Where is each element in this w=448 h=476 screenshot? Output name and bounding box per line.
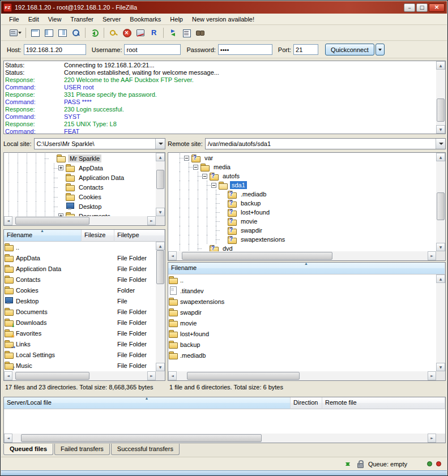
tab-queued-files[interactable]: Queued files	[3, 444, 53, 455]
scrollbar-thumb[interactable]	[15, 217, 89, 225]
file-row-favorites[interactable]: ★FavoritesFile Folder	[4, 328, 156, 338]
scroll-down-icon[interactable]	[156, 363, 165, 371]
scroll-left-icon[interactable]	[168, 251, 177, 260]
scrollbar-thumb[interactable]	[21, 434, 262, 442]
queue-column-header-direction[interactable]: Direction	[291, 397, 322, 409]
local-column-header-filesize[interactable]: Filesize	[82, 230, 114, 242]
site-manager-dropdown-icon[interactable]	[18, 32, 22, 34]
file-row-item[interactable]: ..	[4, 242, 156, 252]
username-input[interactable]	[124, 44, 181, 55]
quickconnect-dropdown-button[interactable]	[376, 44, 385, 55]
tree-item-mediadb[interactable]: ?.mediadb	[175, 190, 436, 199]
port-input[interactable]	[293, 44, 318, 55]
remote-site-combo[interactable]: /var/media/autofs/sda1	[205, 138, 446, 149]
file-row-mediadb[interactable]: .mediadb	[168, 350, 436, 361]
file-row-appdata[interactable]: AppDataFile Folder	[4, 252, 156, 263]
file-row-local-settings[interactable]: Local SettingsFile Folder	[4, 349, 156, 360]
process-queue-button[interactable]	[106, 27, 120, 39]
tree-item-contacts[interactable]: Contacts	[4, 182, 156, 192]
maximize-button[interactable]	[416, 3, 428, 12]
scrollbar-thumb[interactable]	[182, 252, 332, 260]
scroll-right-icon[interactable]	[428, 371, 436, 380]
tree-item-media[interactable]: media	[175, 162, 436, 171]
compare-button[interactable]	[166, 27, 180, 39]
scrollbar-thumb[interactable]	[15, 372, 89, 380]
tab-successful-transfers[interactable]: Successful transfers	[111, 444, 180, 455]
find-button[interactable]	[193, 27, 207, 39]
scroll-down-icon[interactable]	[156, 208, 165, 216]
tree-item-documents[interactable]: Documents	[4, 211, 156, 216]
sync-browse-button[interactable]	[180, 27, 193, 39]
local-column-header-filetype[interactable]: Filetype	[114, 230, 165, 242]
remote-site-combo-arrow-icon[interactable]	[436, 139, 445, 149]
collapse-icon[interactable]	[202, 174, 207, 179]
local-site-combo-arrow-icon[interactable]	[155, 139, 165, 149]
local-list-hscrollbar[interactable]	[4, 371, 156, 380]
queue-column-header-remote-file[interactable]: Remote file	[322, 397, 445, 409]
quickconnect-button[interactable]: Quickconnect	[325, 44, 374, 55]
expand-icon[interactable]	[58, 165, 63, 170]
site-manager-button[interactable]	[4, 27, 23, 39]
tree-item-autofs[interactable]: ?autofs	[175, 171, 436, 181]
minimize-button[interactable]	[404, 3, 415, 12]
file-row-links[interactable]: →LinksFile Folder	[4, 338, 156, 349]
refresh-button[interactable]	[88, 27, 101, 39]
toggle-queue-button[interactable]	[69, 27, 83, 39]
menu-item-new-version-available[interactable]: New version available!	[187, 15, 259, 24]
file-row-lost-found[interactable]: lost+found	[168, 328, 436, 339]
file-row-item[interactable]: ..	[168, 275, 436, 285]
menu-item-bookmarks[interactable]: Bookmarks	[125, 15, 165, 24]
tree-item-swapextensions[interactable]: ?swapextensions	[175, 235, 436, 244]
tree-item-backup[interactable]: ?backup	[175, 199, 436, 208]
scroll-left-icon[interactable]	[168, 371, 177, 380]
tree-item-mr-sparkle[interactable]: Mr Sparkle	[4, 153, 156, 163]
file-row-movie[interactable]: movie	[168, 318, 436, 328]
queue-column-header-server-local-file[interactable]: Server/Local file	[4, 397, 291, 409]
local-tree-hscrollbar[interactable]	[4, 216, 156, 225]
file-row-swapextensions[interactable]: swapextensions	[168, 296, 436, 307]
tab-failed-transfers[interactable]: Failed transfers	[54, 444, 110, 455]
scroll-up-icon[interactable]	[436, 275, 445, 283]
tree-item-sda1[interactable]: sda1	[175, 181, 436, 190]
log-scrollbar[interactable]	[436, 61, 445, 134]
close-button[interactable]	[429, 3, 445, 12]
tree-item-dvd[interactable]: ?dvd	[175, 244, 436, 251]
password-input[interactable]	[218, 44, 272, 55]
scrollbar-thumb[interactable]	[437, 192, 445, 220]
scroll-down-icon[interactable]	[436, 125, 445, 134]
file-row-titandev[interactable]: .titandev	[168, 285, 436, 296]
cancel-button[interactable]	[120, 27, 134, 39]
scrollbar-thumb[interactable]	[156, 250, 164, 284]
scrollbar-thumb[interactable]	[156, 170, 164, 189]
speed-limits-icon[interactable]	[343, 460, 352, 469]
file-row-backup[interactable]: backup	[168, 339, 436, 350]
file-row-desktop[interactable]: DesktopFile	[4, 295, 156, 306]
local-list-vscrollbar[interactable]	[156, 242, 165, 371]
scroll-right-icon[interactable]	[147, 371, 156, 380]
menu-item-transfer[interactable]: Transfer	[66, 15, 98, 24]
tree-item-cookies[interactable]: Cookies	[4, 192, 156, 201]
toggle-local-tree-button[interactable]	[42, 27, 56, 39]
scrollbar-thumb[interactable]	[437, 98, 445, 122]
scroll-right-icon[interactable]	[428, 434, 436, 443]
menu-item-file[interactable]: File	[5, 15, 24, 24]
tree-item-appdata[interactable]: AppData	[4, 163, 156, 173]
local-tree-vscrollbar[interactable]	[156, 153, 165, 216]
remote-tree-vscrollbar[interactable]	[436, 153, 445, 251]
tree-item-swapdir[interactable]: ?swapdir	[175, 226, 436, 235]
scroll-up-icon[interactable]	[156, 242, 165, 250]
remote-tree-hscrollbar[interactable]	[168, 251, 436, 260]
reconnect-button[interactable]	[147, 27, 161, 39]
local-site-combo[interactable]: C:\Users\Mr Sparkle\	[34, 138, 165, 149]
scroll-left-icon[interactable]	[4, 371, 12, 380]
menu-item-view[interactable]: View	[44, 15, 66, 24]
scroll-right-icon[interactable]	[147, 216, 156, 225]
collapse-icon[interactable]	[184, 156, 189, 161]
scroll-left-icon[interactable]	[4, 216, 12, 225]
remote-list-hscrollbar[interactable]	[168, 371, 436, 380]
scroll-up-icon[interactable]	[436, 61, 445, 70]
scroll-right-icon[interactable]	[428, 251, 436, 260]
tree-item-movie[interactable]: ?movie	[175, 217, 436, 226]
host-input[interactable]	[24, 44, 86, 55]
menu-item-edit[interactable]: Edit	[24, 15, 44, 24]
